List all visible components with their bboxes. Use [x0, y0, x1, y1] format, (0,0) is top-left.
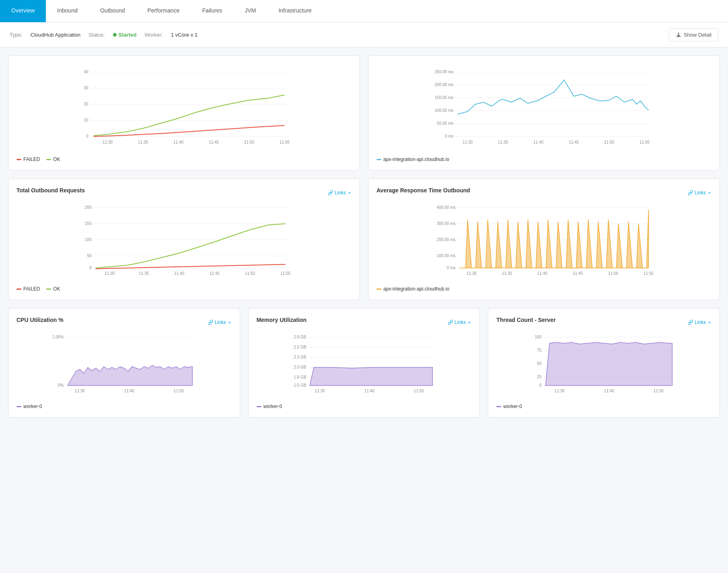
status-bar: Type: CloudHub Application Status: Start… [0, 23, 728, 47]
svg-text:11:30: 11:30 [105, 271, 115, 276]
svg-text:11:50: 11:50 [244, 140, 254, 144]
avg-response-inbound-card: 250.00 ms 200.00 ms 150.00 ms 100.00 ms … [368, 56, 720, 171]
cpu-legend: worker-0 [16, 404, 232, 409]
thread-links[interactable]: Links [688, 319, 712, 325]
thread-dot [496, 406, 501, 407]
svg-text:0 ms: 0 ms [445, 134, 454, 138]
inbound-requests-chart: 40 30 20 10 0 11:30 11:35 11:40 11:45 11… [16, 64, 352, 153]
memory-links[interactable]: Links [448, 319, 471, 325]
svg-text:11:30: 11:30 [555, 389, 565, 393]
svg-text:1.8 GB: 1.8 GB [294, 375, 306, 379]
total-outbound-links-label: Links [335, 190, 346, 196]
svg-text:50: 50 [537, 361, 542, 366]
tab-performance[interactable]: Performance [136, 0, 191, 22]
legend-outbound-cloudhub: apx-integration-api.cloudhub.io [376, 286, 449, 292]
cpu-title: CPU Utilization % [16, 317, 64, 323]
cloudhub-legend-dot [376, 159, 381, 160]
download-icon [676, 32, 681, 38]
svg-text:11:35: 11:35 [502, 271, 512, 276]
cpu-legend-label: worker-0 [23, 404, 42, 409]
tab-overview[interactable]: Overview [0, 0, 46, 22]
tab-infrastructure[interactable]: Infrastructure [267, 0, 323, 22]
svg-text:100: 100 [85, 237, 92, 242]
memory-chart: 2.8 GB 2.5 GB 2.3 GB 2.0 GB 1.8 GB 1.5 G… [257, 331, 472, 400]
svg-text:150.00 ms: 150.00 ms [435, 95, 454, 100]
svg-text:0%: 0% [58, 383, 64, 387]
main-content: 40 30 20 10 0 11:30 11:35 11:40 11:45 11… [0, 47, 728, 426]
svg-text:200.00 ms: 200.00 ms [435, 82, 454, 87]
worker-label: Worker: [144, 32, 162, 38]
link-icon-3 [208, 320, 213, 325]
type-label: Type: [10, 32, 23, 38]
show-detail-label: Show Detail [684, 32, 712, 38]
svg-text:2.8 GB: 2.8 GB [294, 335, 306, 339]
svg-marker-66 [460, 210, 649, 268]
svg-text:0: 0 [86, 134, 88, 138]
tab-inbound[interactable]: Inbound [46, 0, 89, 22]
svg-text:11:40: 11:40 [537, 271, 547, 276]
svg-text:50: 50 [87, 254, 92, 258]
svg-text:11:45: 11:45 [209, 140, 219, 144]
tab-failures[interactable]: Failures [191, 0, 234, 22]
svg-text:11:50: 11:50 [413, 389, 424, 393]
show-detail-button[interactable]: Show Detail [669, 28, 718, 41]
thread-count-card: Thread Count - Server Links 100 75 50 25… [488, 308, 720, 418]
svg-text:30: 30 [84, 86, 88, 90]
svg-text:11:40: 11:40 [174, 271, 184, 276]
svg-text:200.00 ms: 200.00 ms [437, 237, 456, 242]
svg-text:150: 150 [85, 221, 92, 226]
thread-legend: worker-0 [496, 404, 712, 409]
avg-response-outbound-links[interactable]: Links [688, 190, 712, 196]
worker-value: 1 vCore x 1 [171, 32, 197, 38]
svg-text:11:45: 11:45 [569, 140, 579, 144]
svg-text:11:50: 11:50 [608, 271, 618, 276]
link-icon [328, 190, 333, 195]
svg-text:11:30: 11:30 [463, 140, 473, 144]
tab-outbound[interactable]: Outbound [89, 0, 136, 22]
memory-legend-label: worker-0 [263, 404, 282, 409]
avg-response-outbound-title: Average Response Time Outbound [376, 187, 470, 194]
svg-text:400.00 ms: 400.00 ms [437, 205, 456, 210]
thread-legend-label: worker-0 [503, 404, 522, 409]
avg-response-legend: apx-integration-api.cloudhub.io [376, 157, 712, 162]
svg-text:11:55: 11:55 [280, 140, 290, 144]
svg-text:2.3 GB: 2.3 GB [294, 355, 306, 359]
svg-text:40: 40 [84, 70, 88, 74]
svg-text:11:30: 11:30 [103, 140, 113, 144]
total-outbound-links[interactable]: Links [328, 190, 352, 196]
status-value: Started [113, 32, 137, 38]
svg-text:0: 0 [539, 383, 542, 387]
failed-dot [16, 289, 21, 290]
svg-text:11:35: 11:35 [138, 140, 148, 144]
svg-text:11:40: 11:40 [364, 389, 374, 393]
status-started-text: Started [119, 32, 137, 38]
failed-text: FAILED [23, 286, 40, 292]
legend-ok-outbound: OK [46, 286, 60, 292]
legend-failed: FAILED [16, 157, 40, 162]
avg-response-outbound-links-label: Links [695, 190, 706, 196]
thread-links-label: Links [695, 319, 706, 325]
svg-text:11:55: 11:55 [280, 271, 290, 276]
type-value: CloudHub Application [31, 32, 80, 38]
svg-text:11:40: 11:40 [173, 140, 183, 144]
svg-text:200: 200 [85, 205, 92, 210]
memory-title: Memory Utilization [257, 317, 306, 323]
cpu-links[interactable]: Links [208, 319, 232, 325]
svg-text:250.00 ms: 250.00 ms [435, 70, 454, 74]
chevron-down-icon-4 [467, 320, 471, 324]
memory-links-label: Links [454, 319, 466, 325]
svg-text:10: 10 [84, 118, 88, 122]
inbound-requests-card: 40 30 20 10 0 11:30 11:35 11:40 11:45 11… [8, 56, 360, 171]
thread-title: Thread Count - Server [496, 317, 555, 323]
chart-row-1: 40 30 20 10 0 11:30 11:35 11:40 11:45 11… [8, 56, 720, 171]
tab-jvm[interactable]: JVM [233, 0, 267, 22]
svg-text:300.00 ms: 300.00 ms [437, 221, 456, 226]
svg-text:100.00 ms: 100.00 ms [435, 108, 454, 113]
svg-text:100.00 ms: 100.00 ms [437, 254, 456, 258]
svg-text:20: 20 [84, 102, 88, 106]
svg-text:25: 25 [537, 375, 542, 379]
failed-legend-dot [16, 159, 21, 160]
failed-label: FAILED [23, 157, 40, 162]
svg-text:2.5 GB: 2.5 GB [294, 345, 306, 349]
chart-row-3: CPU Utilization % Links 1.00% 0% 11:30 1… [8, 308, 720, 418]
